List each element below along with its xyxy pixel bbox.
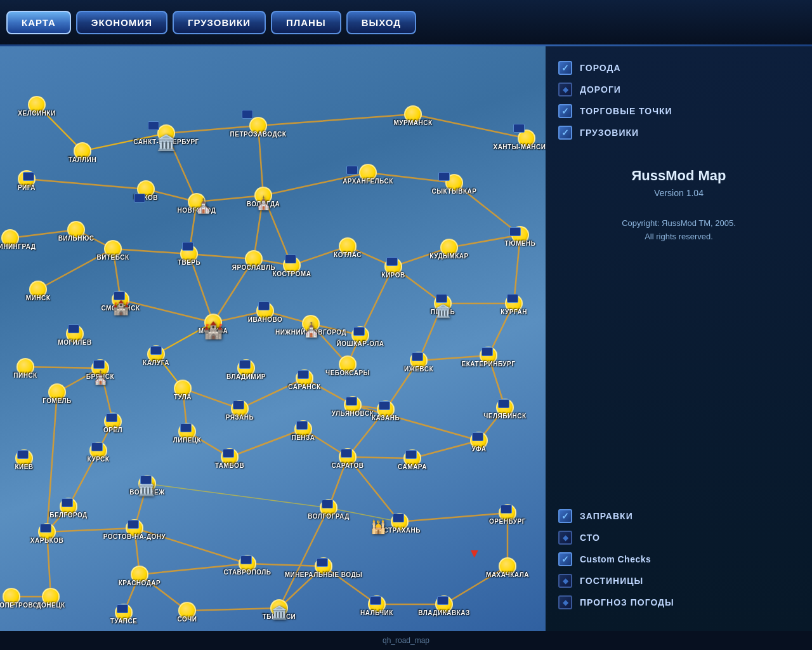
truck-marker-20 bbox=[298, 370, 309, 379]
truck-marker-44 bbox=[240, 555, 252, 564]
truck-marker-13 bbox=[258, 302, 270, 310]
city-label-гомель: ГОМЕЛЬ bbox=[43, 397, 72, 404]
legend-item-trade[interactable]: ТОРГОВЫЕ ТОЧКИ bbox=[558, 100, 799, 122]
city-label-рига: РИГА bbox=[18, 184, 36, 191]
nav-trucks-button[interactable]: ГРУЗОВИКИ bbox=[173, 11, 266, 34]
city-label-калининград: КАЛИНИНГРАД bbox=[0, 243, 36, 250]
checkbox-cities[interactable] bbox=[558, 61, 572, 75]
legend-cities-label: ГОРОДА bbox=[580, 63, 621, 73]
truck-marker-23 bbox=[93, 360, 105, 369]
truck-marker-10 bbox=[386, 257, 398, 266]
truck-marker-15 bbox=[436, 294, 447, 303]
legend-hotels-label: ГОСТИНИЦЫ bbox=[580, 576, 643, 586]
truck-marker-1 bbox=[148, 121, 159, 130]
city-label-могилев: МОГИЛЕВ bbox=[58, 339, 91, 346]
legend-customs-label: Custom Checks bbox=[580, 554, 651, 564]
checkbox-customs[interactable] bbox=[558, 552, 572, 566]
navigation-bar: КАРТА ЭКОНОМИЯ ГРУЗОВИКИ ПЛАНЫ ВЫХОД bbox=[0, 0, 812, 44]
legend-item-customs[interactable]: Custom Checks bbox=[558, 548, 799, 570]
city-label-кострома: КОСТРОМА bbox=[273, 270, 311, 277]
map-title: ЯussMod Map bbox=[558, 168, 799, 184]
truck-marker-11 bbox=[509, 227, 521, 236]
city-label-сочи: СОЧИ bbox=[178, 616, 197, 623]
building-nn: ⛪ bbox=[303, 323, 320, 337]
checkbox-trucks[interactable] bbox=[558, 126, 572, 140]
truck-marker-17 bbox=[68, 324, 79, 333]
truck-marker-45 bbox=[317, 558, 328, 567]
truck-marker-7 bbox=[23, 172, 34, 181]
building-bryansk: ⛪ bbox=[93, 371, 108, 384]
truck-marker-41 bbox=[393, 514, 404, 522]
truck-marker-35 bbox=[405, 450, 417, 459]
city-label-белгород: БЕЛГОРОД bbox=[49, 512, 88, 519]
legend-item-hotels[interactable]: ГОСТИНИЦЫ bbox=[558, 570, 799, 592]
legend-item-service[interactable]: СТО bbox=[558, 527, 799, 548]
city-label-хелсинки: ХЕЛСИНКИ bbox=[18, 110, 55, 117]
truck-marker-6 bbox=[438, 172, 450, 181]
checkbox-weather[interactable] bbox=[558, 595, 572, 609]
truck-marker-30 bbox=[296, 421, 308, 430]
truck-marker-19 bbox=[239, 360, 251, 369]
city-label-челябинск: ЧЕЛЯБИНСК bbox=[483, 413, 526, 420]
city-label-курган: КУРГАН bbox=[501, 308, 527, 315]
map-title-block: ЯussMod Map Version 1.04 Copyright: Яuss… bbox=[558, 149, 799, 256]
city-label-орёл: ОРЁЛ bbox=[103, 427, 122, 434]
bottom-bar: qh_road_map bbox=[0, 631, 812, 650]
city-label-волгоград: ВОЛГОГРАД bbox=[308, 513, 350, 520]
legend-bottom-section: ЗАПРАВКИ СТО Custom Checks ГОСТИНИЦЫ ПРО… bbox=[558, 505, 799, 613]
nav-exit-button[interactable]: ВЫХОД bbox=[346, 11, 416, 34]
city-label-минеральные-воды: МИНЕРАЛЬНЫЕ ВОДЫ bbox=[285, 571, 363, 578]
city-label-ставрополь: СТАВРОПОЛЬ bbox=[223, 569, 271, 576]
checkbox-trade[interactable] bbox=[558, 104, 572, 118]
checkbox-hotels[interactable] bbox=[558, 574, 572, 588]
truck-marker-12 bbox=[114, 291, 125, 300]
nav-karta-button[interactable]: КАРТА bbox=[6, 11, 71, 34]
city-label-минск: МИНСК bbox=[26, 295, 51, 302]
city-label-рязань: РЯЗАНЬ bbox=[226, 414, 254, 421]
legend-item-trucks[interactable]: ГРУЗОВИКИ bbox=[558, 122, 799, 143]
legend-item-gas[interactable]: ЗАПРАВКИ bbox=[558, 505, 799, 527]
truck-marker-28 bbox=[106, 413, 117, 422]
city-label-саратов: САРАТОВ bbox=[331, 462, 363, 469]
city-label-тверь: ТВЕРЬ bbox=[178, 259, 200, 266]
truck-marker-37 bbox=[140, 475, 152, 484]
legend-item-roads[interactable]: ДОРОГИ bbox=[558, 79, 799, 100]
city-label-тамбов: ТАМБОВ bbox=[215, 462, 244, 469]
city-label-пенза: ПЕНЗА bbox=[291, 434, 315, 441]
city-label-ульяновск: УЛЬЯНОВСК bbox=[332, 410, 374, 417]
legend-item-weather[interactable]: ПРОГНОЗ ПОГОДЫ bbox=[558, 592, 799, 613]
legend-roads-label: ДОРОГИ bbox=[580, 84, 621, 95]
city-label-туапсе: ТУАПСЕ bbox=[110, 618, 138, 625]
checkbox-service[interactable] bbox=[558, 531, 572, 545]
city-label-киров: КИРОВ bbox=[381, 272, 405, 279]
nav-economy-button[interactable]: ЭКОНОМИЯ bbox=[76, 11, 167, 34]
checkbox-roads[interactable] bbox=[558, 83, 572, 96]
building-perm: 🏛️ bbox=[435, 305, 451, 317]
city-label-тула: ТУЛА bbox=[174, 394, 192, 401]
city-label-пинск: ПИНСК bbox=[13, 372, 37, 379]
truck-marker-36 bbox=[17, 450, 29, 459]
direction-arrow: ▲ bbox=[468, 547, 481, 562]
map-area[interactable]: ХЕЛСИНКИСАНКТ-ПЕТЕРБУРГПЕТРОЗАВОДСКМУРМА… bbox=[0, 44, 546, 631]
building-tbilisi: 🏛️ bbox=[272, 606, 287, 619]
truck-marker-31 bbox=[472, 432, 483, 441]
checkbox-gas[interactable] bbox=[558, 509, 572, 523]
city-label-краснодар: КРАСНОДАР bbox=[119, 580, 160, 587]
city-label-липецк: ЛИПЕЦК bbox=[173, 437, 201, 444]
building-spb: 🏛️ bbox=[157, 135, 176, 150]
nav-plans-button[interactable]: ПЛАНЫ bbox=[271, 11, 341, 34]
city-label-петрозаводск: ПЕТРОЗАВОДСК bbox=[230, 131, 287, 138]
truck-marker-22 bbox=[481, 347, 493, 356]
city-label-витебск: ВИТЕБСК bbox=[96, 254, 129, 261]
legend-weather-label: ПРОГНОЗ ПОГОДЫ bbox=[580, 597, 674, 607]
legend-item-cities[interactable]: ГОРОДА bbox=[558, 57, 799, 79]
legend-gas-label: ЗАПРАВКИ bbox=[580, 511, 633, 521]
map-version: Version 1.04 bbox=[558, 188, 799, 198]
truck-marker-27 bbox=[498, 399, 509, 408]
truck-marker-5 bbox=[346, 166, 358, 175]
truck-marker-24 bbox=[233, 401, 244, 409]
city-label-владикавказ: ВЛАДИКАВКАЗ bbox=[418, 609, 470, 616]
city-label-чебоксары: ЧЕБОКСАРЫ bbox=[325, 369, 370, 376]
truck-marker-25 bbox=[346, 397, 357, 406]
truck-marker-32 bbox=[91, 442, 103, 451]
